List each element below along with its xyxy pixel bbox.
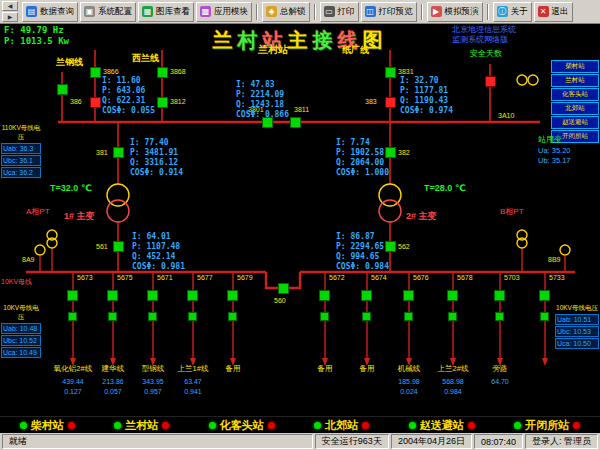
station-beijiao[interactable]: 北郊站 [314,418,369,433]
feeder-disconnect[interactable] [448,312,457,321]
line-label-xilan: 西兰线 [132,54,159,64]
telemetry-line: COSΦ: 0.055 [102,106,155,116]
status-led-red [68,422,75,429]
feeder-breaker[interactable] [361,290,372,301]
station-name: 兰村站 [125,418,158,433]
telemetry-line: P: 3481.91 [130,148,183,158]
back-button[interactable]: ◀ [2,1,18,11]
voltage-row: Uca: 36.2 [1,167,41,178]
disconnect-3868[interactable] [157,67,168,78]
status-led-red [573,422,580,429]
power-readout: P: 1013.5 Kw [4,37,69,47]
feeder-breaker[interactable] [147,290,158,301]
bay-measurements-zhichang: I: 32.70 P: 1177.81 Q: 1190.43 COSΦ: 0.9… [400,76,453,116]
disconnect-label: 3866 [103,68,119,76]
nav-box-lancun[interactable]: 兰村站 [551,74,599,87]
feeder-disconnect[interactable] [404,312,413,321]
transformer1-temperature: T=32.0 ℃ [50,184,92,194]
bay-measurements-xilan: I: 47.83 P: 2214.09 Q: 1243.18 COSΦ: 0.8… [236,80,289,120]
print-button[interactable]: ▭打印 [320,2,359,22]
feeder-disconnect[interactable] [148,312,157,321]
forward-button[interactable]: ▶ [2,12,18,22]
about-button[interactable]: ⓘ关于 [493,2,532,22]
feeder-disconnect[interactable] [188,312,197,321]
feeder-breaker[interactable] [67,290,78,301]
station-lancun[interactable]: 兰村站 [114,418,169,433]
breaker-383[interactable] [385,97,396,108]
feeder-name: 备用 [201,364,265,374]
feeder-bay: 5733 [523,272,567,412]
current-date: 2004年04月26日 [391,434,472,449]
button-label: 关于 [511,6,528,18]
nav-box-huaketou[interactable]: 化客头站 [551,88,599,101]
scada-window: ◀ ▶ ▤数据查询 ▣系统配置 ▦图库查看 ▩应用模块 ◈总解锁 ▭打印 ◫打印… [0,0,600,450]
button-label: 打印 [338,6,355,18]
feeder-disconnect[interactable] [108,312,117,321]
station-chaicun[interactable]: 柴村站 [20,418,75,433]
system-config-button[interactable]: ▣系统配置 [80,2,136,22]
info-icon: ⓘ [497,6,508,17]
station-name: 开闭所站 [525,418,569,433]
app-modules-button[interactable]: ▩应用模块 [196,2,252,22]
feeder-breaker[interactable] [227,290,238,301]
button-label: 模拟预演 [445,6,479,18]
play-icon: ▶ [431,6,442,17]
breaker-560-bus-tie[interactable] [278,283,289,294]
toolbar-separator [314,4,316,20]
breaker-label: 382 [398,149,410,157]
disconnect-3866[interactable] [90,67,101,78]
data-query-button[interactable]: ▤数据查询 [22,2,78,22]
line-label-langang: 兰钢线 [56,58,83,68]
pt-disconnect-label: 8A9 [22,256,34,264]
feeder-disconnect[interactable] [228,312,237,321]
feeder-disconnect[interactable] [540,312,549,321]
vendor-line1: 北京地理信息系统 [452,26,516,35]
feeder-breaker[interactable] [187,290,198,301]
breaker-381[interactable] [113,147,124,158]
disconnect-aux[interactable] [57,84,68,95]
nav-box-beijiao[interactable]: 北郊站 [551,102,599,115]
button-label: 应用模块 [214,6,248,18]
bay-measurements-562: I: 86.87 P: 2294.65 Q: 994.65 COSΦ: 0.98… [336,232,389,272]
telemetry-line: Q: 452.14 [132,252,185,262]
nav-box-zhaosongbi[interactable]: 赵送避站 [551,116,599,129]
feeder-disconnect[interactable] [68,312,77,321]
breaker-561[interactable] [113,241,124,252]
feeder-breaker[interactable] [319,290,330,301]
station-huaketou[interactable]: 化客头站 [209,418,275,433]
status-led-green [409,422,416,429]
feeder-breaker[interactable] [494,290,505,301]
bay-measurements-langang: I: 11.60 P: 643.06 Q: 622.31 COSΦ: 0.055 [102,76,155,116]
telemetry-line: Q: 622.31 [102,96,155,106]
feeder-breaker[interactable] [107,290,118,301]
safe-running-days: 安全运行963天 [315,434,389,449]
breaker-pt-bay[interactable] [485,76,496,87]
feeder-disconnect[interactable] [320,312,329,321]
status-led-red [468,422,475,429]
feeder-disconnect[interactable] [495,312,504,321]
status-led-red [162,422,169,429]
disconnect-3831[interactable] [385,67,396,78]
graphics-view-button[interactable]: ▦图库查看 [138,2,194,22]
simulation-button[interactable]: ▶模拟预演 [427,2,483,22]
breaker-3812[interactable] [157,97,168,108]
print-preview-button[interactable]: ◫打印预览 [361,2,417,22]
feeder-breaker[interactable] [447,290,458,301]
feeder-breaker[interactable] [403,290,414,301]
station-pt-label: 站用变 [538,136,562,145]
nav-box-chaicun[interactable]: 柴村站 [551,60,599,73]
status-led-red [362,422,369,429]
master-unlock-button[interactable]: ◈总解锁 [262,2,310,22]
feeder-id: 5676 [413,274,429,281]
bay-measurements-381: I: 77.40 P: 3481.91 Q: 3316.12 COSΦ: 0.9… [130,138,183,178]
feeder-breaker[interactable] [539,290,550,301]
station-zhaosongbi[interactable]: 赵送避站 [409,418,475,433]
gear-icon: ▣ [84,6,95,17]
telemetry-line: I: 64.01 [132,232,185,242]
station-kaibisuo[interactable]: 开闭所站 [514,418,580,433]
bus-tie-3811[interactable] [290,117,301,128]
feeder-disconnect[interactable] [362,312,371,321]
voltage-row: Uab: 36.3 [1,143,41,154]
breaker-386[interactable] [90,97,101,108]
exit-button[interactable]: ✕退出 [534,2,573,22]
